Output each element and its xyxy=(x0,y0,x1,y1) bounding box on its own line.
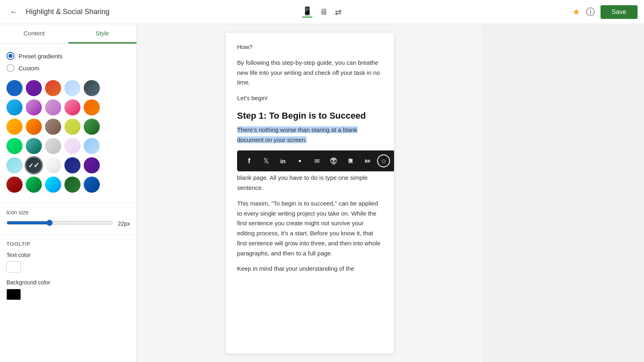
topbar-right: ★ ⓘ Save xyxy=(572,5,638,19)
preset-radio-circle xyxy=(6,52,14,60)
color-swatch-s13[interactable] xyxy=(45,119,61,135)
color-swatch-s2[interactable] xyxy=(26,80,42,96)
reddit-share-icon[interactable]: 👽 xyxy=(326,154,341,168)
mobile-view-icon[interactable]: 📱 xyxy=(302,6,312,18)
whatsapp-share-icon[interactable]: • xyxy=(293,154,307,168)
slider-wrap xyxy=(6,220,113,228)
color-swatch-s7[interactable] xyxy=(26,99,42,115)
preview-para1: By following this step-by-step guide, yo… xyxy=(237,58,383,88)
telegram-share-icon[interactable]: ✉ xyxy=(310,154,324,168)
weibo-share-icon[interactable]: 微 xyxy=(343,154,358,168)
color-swatch-s8[interactable] xyxy=(45,99,61,115)
tooltip-section-label: TOOLTIP xyxy=(6,241,130,247)
color-swatch-s6[interactable] xyxy=(6,99,23,115)
preview-heading1: Step 1: To Begin is to Succeed xyxy=(237,111,383,121)
preset-gradients-radio[interactable]: Preset gradients xyxy=(6,52,130,60)
facebook-share-icon[interactable]: f xyxy=(242,154,256,168)
back-button[interactable]: ← xyxy=(6,5,21,19)
icon-size-slider[interactable] xyxy=(6,220,113,226)
color-swatch-s16[interactable] xyxy=(6,138,23,154)
color-swatch-s17[interactable] xyxy=(26,138,42,154)
color-swatch-s4[interactable] xyxy=(64,80,80,96)
preview-para2: This maxim, "To begin is to succeed," ca… xyxy=(237,199,383,259)
preview-scroll[interactable]: How? By following this step-by-step guid… xyxy=(226,33,394,289)
preset-gradients-label: Preset gradients xyxy=(19,53,62,60)
slider-row: 22px xyxy=(6,220,130,228)
text-color-swatch[interactable] xyxy=(6,261,21,273)
color-swatch-s30[interactable] xyxy=(84,177,100,193)
page-title: Highlight & Social Sharing xyxy=(26,8,572,16)
social-sharing-toolbar: f 𝕏 in • ✉ 👽 微 вк ○ xyxy=(237,150,394,171)
color-swatch-s3[interactable] xyxy=(45,80,61,96)
color-swatch-s11[interactable] xyxy=(6,119,23,135)
left-panel: Content Style Preset gradients Custom ✓ xyxy=(0,24,137,362)
tab-bar: Content Style xyxy=(0,24,136,44)
custom-radio-circle xyxy=(6,64,14,72)
color-swatch-s24[interactable] xyxy=(64,157,80,173)
color-swatch-s26[interactable] xyxy=(6,177,23,193)
color-swatch-s5[interactable] xyxy=(84,80,100,96)
color-swatch-s18[interactable] xyxy=(45,138,61,154)
color-swatch-s23[interactable] xyxy=(45,157,61,173)
color-swatch-s9[interactable] xyxy=(64,99,80,115)
preview-how: How? xyxy=(237,42,383,52)
desktop-view-icon[interactable]: 🖥 xyxy=(320,7,328,16)
color-swatch-s28[interactable] xyxy=(45,177,61,193)
tooltip-section: TOOLTIP Text color Background color xyxy=(6,241,130,300)
icon-size-label: Icon size xyxy=(6,209,130,216)
highlighted-text: There's nothing worse than staring at a … xyxy=(237,126,357,143)
custom-radio[interactable]: Custom xyxy=(6,64,130,72)
preview-panel: How? By following this step-by-step guid… xyxy=(225,32,394,354)
bg-color-swatch[interactable] xyxy=(6,289,21,300)
color-swatch-s10[interactable] xyxy=(84,99,100,115)
tab-style[interactable]: Style xyxy=(68,24,137,43)
main-area: Content Style Preset gradients Custom ✓ xyxy=(0,24,644,362)
preview-lets-begin: Let's begin! xyxy=(237,93,383,103)
save-button[interactable]: Save xyxy=(601,5,638,19)
star-icon[interactable]: ★ xyxy=(572,7,580,17)
twitter-share-icon[interactable]: 𝕏 xyxy=(259,154,273,168)
color-swatch-s22[interactable]: ✓ xyxy=(26,157,42,173)
preview-area: How? By following this step-by-step guid… xyxy=(137,24,483,362)
color-swatch-s1[interactable] xyxy=(6,80,23,96)
preview-para-after: blank page. All you have to do is type o… xyxy=(237,173,383,193)
color-swatches: ✓ xyxy=(6,80,130,193)
preview-para3: Keep in mind that your understanding of … xyxy=(237,264,383,274)
device-switcher: 📱 🖥 ⇄ xyxy=(302,6,342,18)
vk-share-icon[interactable]: вк xyxy=(360,154,375,168)
custom-label: Custom xyxy=(19,65,39,72)
more-share-icon[interactable]: ○ xyxy=(377,154,390,167)
color-swatch-s29[interactable] xyxy=(64,177,80,193)
color-swatch-s20[interactable] xyxy=(84,138,100,154)
color-swatch-s21[interactable] xyxy=(6,157,23,173)
color-swatch-s12[interactable] xyxy=(26,119,42,135)
bg-color-label: Background color xyxy=(6,279,130,286)
topbar: ← Highlight & Social Sharing 📱 🖥 ⇄ ★ ⓘ S… xyxy=(0,0,644,24)
responsive-view-icon[interactable]: ⇄ xyxy=(335,7,342,17)
color-swatch-s19[interactable] xyxy=(64,138,80,154)
color-swatch-s15[interactable] xyxy=(84,119,100,135)
preview-highlight-para: There's nothing worse than staring at a … xyxy=(237,125,383,145)
help-icon[interactable]: ⓘ xyxy=(586,6,595,18)
icon-size-value: 22px xyxy=(118,220,130,227)
tab-content[interactable]: Content xyxy=(0,24,68,43)
panel-content: Preset gradients Custom ✓ Icon size 22p xyxy=(0,44,136,362)
divider xyxy=(0,202,136,203)
icon-size-section: Icon size 22px xyxy=(6,209,130,228)
color-swatch-s25[interactable] xyxy=(84,157,100,173)
text-color-label: Text color xyxy=(6,252,130,258)
divider2 xyxy=(0,234,136,234)
linkedin-share-icon[interactable]: in xyxy=(276,154,290,168)
right-panel xyxy=(483,24,644,362)
color-swatch-s27[interactable] xyxy=(26,177,42,193)
gradient-radio-group: Preset gradients Custom xyxy=(6,52,130,72)
color-swatch-s14[interactable] xyxy=(64,119,80,135)
